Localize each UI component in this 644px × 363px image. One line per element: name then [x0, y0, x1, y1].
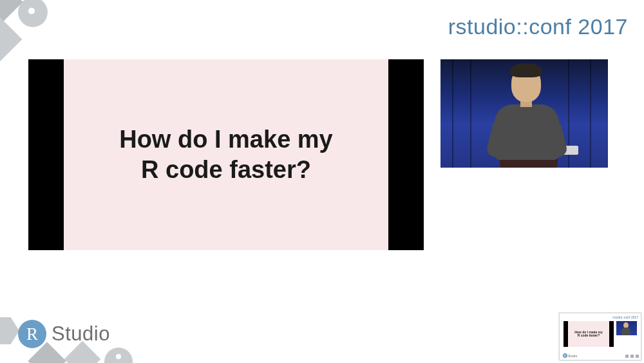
rstudio-logo-text: Studio [52, 322, 110, 346]
rstudio-logo: R Studio [18, 320, 110, 348]
speaker-video [440, 59, 608, 168]
rstudio-logo-icon: R [18, 320, 46, 348]
presentation-slide: How do I make my R code faster? [28, 59, 424, 250]
pip-control-icon[interactable] [625, 355, 629, 358]
slide-title-line2: R code faster? [141, 156, 311, 183]
pip-logo: R Studio [563, 353, 577, 358]
conference-header: rstudio::conf 2017 [448, 14, 628, 39]
pip-speaker [616, 321, 637, 335]
pip-control-icon[interactable] [636, 355, 639, 358]
pip-slide-text: How do I make my R code faster? [574, 331, 603, 338]
slide-title-line1: How do I make my [119, 126, 333, 153]
pip-header: rstudio::conf 2017 [612, 315, 638, 319]
pip-thumbnail[interactable]: rstudio::conf 2017 How do I make my R co… [559, 313, 641, 360]
speaker-figure [486, 59, 568, 168]
pip-control-icon[interactable] [630, 355, 634, 358]
slide-content: How do I make my R code faster? [64, 59, 388, 250]
pip-controls[interactable] [625, 355, 639, 358]
pip-slide: How do I make my R code faster? [564, 321, 614, 347]
slide-title: How do I make my R code faster? [119, 124, 333, 186]
